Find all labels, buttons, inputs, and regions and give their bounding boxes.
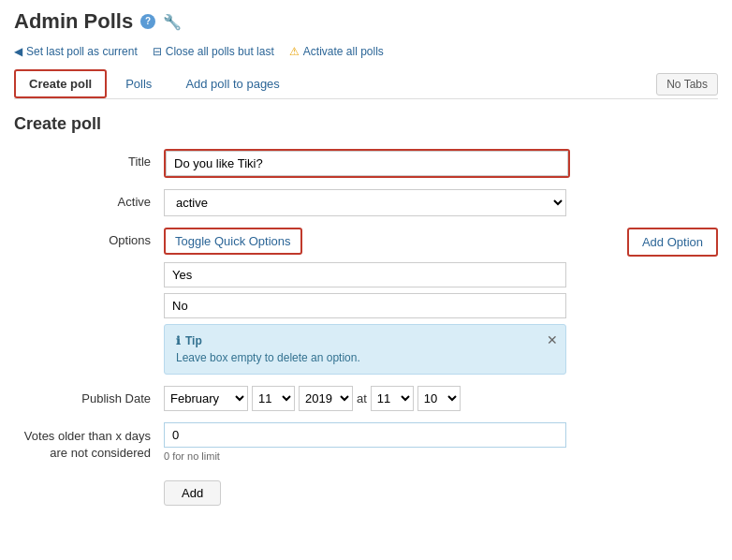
warning-icon: ⚠ [289,45,300,58]
votes-input[interactable] [164,422,566,448]
active-field: active inactive [164,189,718,216]
active-select[interactable]: active inactive [164,189,566,216]
title-label: Title [14,149,164,169]
votes-hint: 0 for no limit [164,450,718,462]
votes-row: Votes older than x days are not consider… [14,422,718,462]
top-actions-bar: ◀ Set last poll as current ⊟ Close all p… [14,45,718,58]
active-label: Active [14,189,164,209]
tip-close-button[interactable]: ✕ [547,332,558,347]
option-2-input[interactable] [164,293,566,318]
add-option-button[interactable]: Add Option [627,228,718,257]
publish-date-label: Publish Date [14,386,164,405]
no-tabs-button[interactable]: No Tabs [656,73,718,96]
option-1-input[interactable] [164,262,566,287]
info-icon: ℹ [176,334,181,347]
toggle-quick-options-button[interactable]: Toggle Quick Options [164,228,302,255]
minus-icon: ⊟ [153,45,162,58]
options-area: Add Option Toggle Quick Options ✕ ℹ Tip … [164,228,718,375]
create-poll-form: Title Active active inactive Options Add… [14,149,718,506]
options-label: Options [14,228,164,247]
set-last-poll-link[interactable]: ◀ Set last poll as current [14,45,138,58]
title-input[interactable] [166,151,568,176]
activate-all-polls-link[interactable]: ⚠ Activate all polls [289,45,384,58]
title-field [164,149,718,178]
close-all-polls-link[interactable]: ⊟ Close all polls but last [153,45,274,58]
publish-date-area: February January March 11 2019 2018 2020… [164,386,718,411]
publish-date-field: February January March 11 2019 2018 2020… [164,386,718,411]
add-button-row: Add [14,473,718,506]
tab-add-poll-to-pages[interactable]: Add poll to pages [170,69,294,98]
publish-minute-select[interactable]: 10 [417,386,461,411]
help-icon[interactable]: ? [140,14,155,29]
at-label: at [357,391,367,405]
options-row: Options Add Option Toggle Quick Options … [14,228,718,375]
active-select-wrap: active inactive [164,189,718,216]
publish-date-row: Publish Date February January March 11 2… [14,386,718,411]
tabs-bar: Create poll Polls Add poll to pages No T… [14,69,718,99]
active-row: Active active inactive [14,189,718,216]
page-header: Admin Polls ? 🔧 [14,9,718,34]
add-button[interactable]: Add [164,480,221,506]
publish-year-select[interactable]: 2019 2018 2020 [299,386,353,411]
page-title: Admin Polls [14,9,133,34]
votes-field: 0 for no limit [164,422,718,462]
publish-month-select[interactable]: February January March [164,386,248,411]
section-title: Create poll [14,114,718,134]
publish-day-select[interactable]: 11 [252,386,295,411]
tip-box: ✕ ℹ Tip Leave box empty to delete an opt… [164,324,566,375]
title-input-wrap [164,149,570,178]
tab-create-poll[interactable]: Create poll [14,69,107,98]
publish-hour-select[interactable]: 11 [371,386,414,411]
title-row: Title [14,149,718,178]
add-button-area: Add [164,473,221,506]
tip-title: ℹ Tip [176,334,554,347]
wrench-icon[interactable]: 🔧 [163,13,182,31]
votes-label: Votes older than x days are not consider… [14,422,164,462]
tip-text: Leave box empty to delete an option. [176,351,554,364]
tab-polls[interactable]: Polls [110,69,167,98]
arrow-left-icon: ◀ [14,45,22,58]
